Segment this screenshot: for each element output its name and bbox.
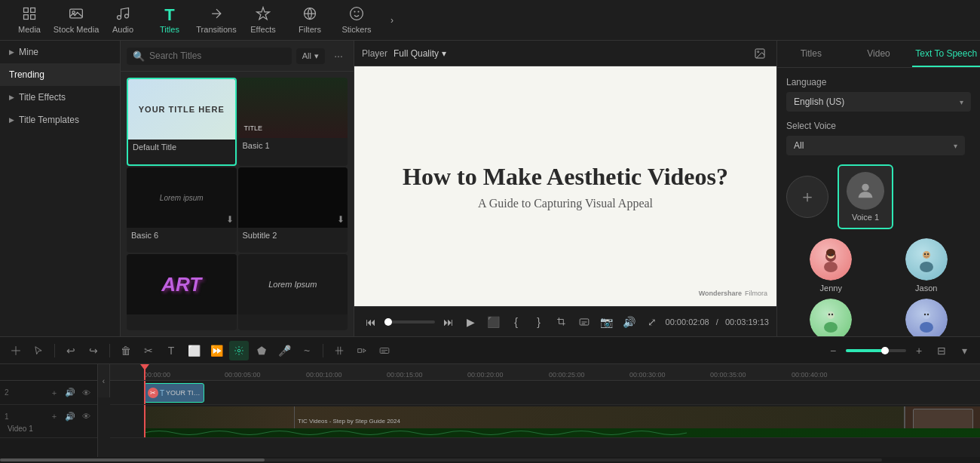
voice-card-jenny[interactable]: Jenny — [786, 238, 876, 293]
effects-tl-btn[interactable] — [229, 341, 249, 360]
scrollbar-track[interactable] — [0, 458, 882, 461]
sidebar-item-trending[interactable]: Trending — [0, 63, 120, 86]
clip-t-icon: T — [160, 389, 164, 397]
layout-toggle-btn[interactable]: ⊟ — [932, 341, 951, 360]
mic-btn[interactable]: 🎤 — [274, 341, 294, 360]
subtitle-btn[interactable] — [575, 313, 593, 331]
redo-btn[interactable]: ↪ — [84, 341, 103, 360]
tab-video[interactable]: Video — [845, 41, 913, 67]
stock-media-tool[interactable]: Stock Media — [53, 2, 100, 39]
title-card-lorem[interactable]: Lorem Ipsum — [238, 254, 348, 330]
voice-card-4[interactable] — [882, 299, 972, 336]
sidebar-item-title-templates[interactable]: ▶ Title Templates — [0, 109, 120, 131]
language-select[interactable]: English (US) ▾ — [786, 92, 971, 112]
media-tool[interactable]: Media — [6, 2, 53, 39]
add-voice-button[interactable]: ＋ — [786, 176, 828, 218]
more-tl-btn[interactable]: ▾ — [954, 341, 974, 360]
stickers-tool[interactable]: Stickers — [333, 2, 380, 39]
player-image-btn[interactable] — [751, 44, 769, 63]
collapse-btn[interactable]: ‹ — [98, 364, 110, 397]
audio-btn[interactable]: 🔊 — [620, 313, 639, 331]
mark-in-btn[interactable]: { — [507, 313, 525, 331]
title-card-art[interactable]: ART — [127, 254, 237, 330]
title-clip[interactable]: ✂ T YOUR TITLE... — [144, 383, 204, 403]
video-track-row1: 1 + 🔊 👁 — [5, 409, 93, 423]
transitions-label: Transitions — [196, 25, 236, 34]
snapshot-btn[interactable]: 📷 — [598, 313, 616, 331]
skip-back-btn[interactable]: ⏮ — [362, 313, 380, 331]
voices-row: All ▾ — [786, 136, 971, 155]
stock-media-icon — [69, 6, 84, 23]
total-time: 00:03:19:13 — [725, 317, 769, 327]
title-card-default[interactable]: YOUR TITLE HERE Default Title — [127, 78, 237, 166]
zoom-knob — [881, 347, 889, 354]
mask-btn[interactable]: ⬟ — [252, 341, 271, 360]
quality-dropdown[interactable]: Full Quality ▾ — [394, 48, 446, 59]
bottom-scrollbar[interactable] — [0, 457, 980, 463]
audio-icon — [115, 6, 130, 23]
more-options-button[interactable]: ··· — [329, 47, 348, 65]
speed-btn[interactable]: ⏩ — [207, 341, 226, 360]
zoom-out-btn[interactable]: − — [823, 341, 843, 360]
tab-titles[interactable]: Titles — [777, 41, 845, 67]
basic1-label: Basic 1 — [238, 138, 348, 153]
delete-btn[interactable]: 🗑 — [116, 341, 136, 360]
titles-tool[interactable]: T Titles — [146, 2, 193, 39]
tab-tts[interactable]: Text To Speech — [912, 41, 980, 67]
bottom-panel: ↩ ↪ 🗑 ✂ T ⬜ ⏩ ⬟ 🎤 ~ — [0, 336, 980, 463]
filter-label: All — [302, 51, 311, 60]
track-2-add-btn[interactable]: + — [47, 386, 61, 400]
track-2-vis-btn[interactable]: 👁 — [79, 386, 93, 400]
zoom-control: − + — [823, 341, 929, 360]
selected-voice-card[interactable]: Voice 1 — [838, 164, 893, 229]
select-tool-btn[interactable] — [29, 341, 48, 360]
effects-tool[interactable]: Effects — [240, 2, 286, 39]
sidebar-item-title-effects[interactable]: ▶ Title Effects — [0, 86, 120, 109]
timeline-content: 00:00:00 00:00:05:00 00:00:10:00 00:00:1… — [110, 364, 980, 457]
fullscreen-btn[interactable]: ⤢ — [643, 313, 661, 331]
track-2-mute-btn[interactable]: 🔊 — [63, 386, 77, 400]
toolbar-expand-btn[interactable]: › — [383, 11, 401, 29]
trending-label: Trending — [9, 69, 44, 80]
v1-vis-btn[interactable]: 👁 — [79, 409, 93, 423]
crop-btn[interactable] — [553, 313, 571, 331]
search-input-wrap[interactable]: 🔍 — [127, 48, 292, 65]
zoom-in-btn[interactable]: + — [909, 341, 929, 360]
sidebar-item-mine[interactable]: ▶ Mine — [0, 41, 120, 63]
audio-waveform-row — [144, 428, 980, 437]
stop-btn[interactable]: ⬛ — [485, 313, 503, 331]
scrollbar-thumb[interactable] — [0, 458, 265, 461]
voice-card-3[interactable] — [786, 299, 876, 336]
language-section-label: Language — [786, 77, 971, 87]
motion-btn[interactable] — [352, 341, 372, 360]
mark-out-btn[interactable]: } — [530, 313, 548, 331]
cut-btn[interactable]: ✂ — [139, 341, 158, 360]
skip-forward-btn[interactable]: ⏭ — [439, 313, 458, 331]
play-btn[interactable]: ▶ — [462, 313, 480, 331]
v1-add-btn[interactable]: + — [47, 409, 61, 423]
split-btn[interactable] — [329, 341, 349, 360]
title-card-basic6[interactable]: Lorem ipsum ⬇ Basic 6 — [127, 167, 237, 253]
title-card-basic1[interactable]: TITLE Basic 1 — [238, 78, 348, 166]
crop-tl-btn[interactable]: ⬜ — [184, 341, 204, 360]
filter-dropdown[interactable]: All ▾ — [296, 48, 325, 64]
title-card-subtitle2[interactable]: ⬇ Subtitle 2 — [238, 167, 348, 253]
audio-tool[interactable]: Audio — [100, 2, 146, 39]
undo-btn[interactable]: ↩ — [61, 341, 81, 360]
svg-rect-37 — [380, 348, 389, 353]
audio-sync-btn[interactable]: ~ — [297, 341, 317, 360]
titles-search-bar: 🔍 All ▾ ··· — [121, 41, 354, 72]
language-chevron-icon: ▾ — [960, 98, 963, 106]
zoom-slider[interactable] — [846, 349, 906, 352]
search-input[interactable] — [149, 51, 286, 61]
progress-bar[interactable] — [384, 320, 435, 323]
voice-filter-select[interactable]: All ▾ — [786, 136, 965, 155]
snap-btn[interactable] — [6, 341, 26, 360]
subtitle-tl-btn[interactable] — [375, 341, 394, 360]
text-btn[interactable]: T — [161, 341, 181, 360]
title-track-playhead — [144, 381, 145, 404]
v1-mute-btn[interactable]: 🔊 — [63, 409, 77, 423]
filters-tool[interactable]: Filters — [286, 2, 333, 39]
transitions-tool[interactable]: Transitions — [193, 2, 240, 39]
voice-card-jason[interactable]: Jason — [882, 238, 972, 293]
